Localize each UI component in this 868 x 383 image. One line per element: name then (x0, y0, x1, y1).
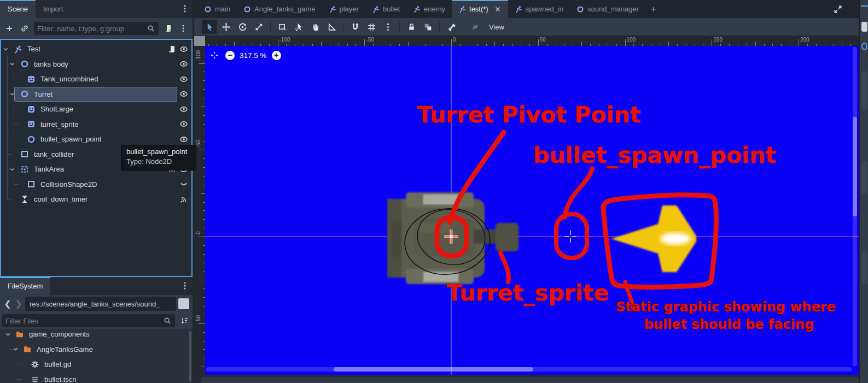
v-scrollbar-thumb[interactable] (853, 117, 857, 216)
scene-tab-test-[interactable]: test(*) (452, 0, 508, 18)
tooltip-type: Type: Node2D (126, 157, 191, 166)
nav-back-icon[interactable]: ❮ (3, 298, 12, 309)
collision-icon (27, 180, 36, 188)
scene-tab-sound-manager[interactable]: sound_manager (570, 0, 645, 18)
eye-icon[interactable] (179, 90, 188, 98)
tab-scene[interactable]: Scene (0, 0, 36, 18)
tool-pan-icon[interactable] (307, 20, 323, 34)
tree-row-collisionshape2d[interactable]: CollisionShape2D (1, 177, 191, 192)
tree-row-test[interactable]: Test (1, 42, 191, 56)
eye-icon[interactable] (179, 45, 188, 54)
scene-tab-player[interactable]: player (322, 0, 365, 18)
tool-rotate-icon[interactable] (235, 20, 250, 34)
scene-tree-menu-icon[interactable] (177, 22, 189, 34)
add-scene-tab-button[interactable]: + (645, 0, 662, 18)
chevron-down-icon[interactable] (9, 166, 16, 173)
expand-viewport-icon[interactable] (832, 4, 843, 15)
eye-icon[interactable] (179, 120, 188, 128)
scene-tab-spawned-in[interactable]: spawned_in (508, 0, 570, 18)
tree-row-bullet-spawn-point[interactable]: bullet_spawn_point (1, 132, 191, 146)
annotation-pivot-label: Turret Pivot Point (417, 102, 641, 128)
h-scrollbar-thumb[interactable] (334, 367, 533, 372)
tool-ik-icon[interactable] (467, 20, 482, 34)
scene-icon (515, 5, 522, 13)
eye-icon[interactable] (179, 135, 188, 144)
tree-row-cool-down-timer[interactable]: cool_down_timer (1, 192, 191, 207)
tool-dots-v-icon[interactable] (380, 20, 395, 34)
scene-icon (14, 45, 22, 54)
tool-select-icon[interactable] (202, 20, 217, 34)
tree-row-turret-sprite[interactable]: turret_sprite (1, 117, 191, 132)
vertical-ruler: -100-50050 (194, 46, 205, 375)
ruler-origin-button[interactable] (194, 36, 205, 46)
tool-ruler-icon[interactable] (324, 20, 339, 34)
file-row-angletanksgame[interactable]: AngleTanksGame (0, 342, 190, 357)
tab-import[interactable]: Import (36, 0, 71, 18)
nav-forward-icon[interactable]: ❯ (14, 298, 23, 309)
tool-bone-icon[interactable] (444, 20, 459, 34)
scene-tab-label: test(*) (469, 5, 488, 13)
tank-sprite (387, 192, 519, 284)
tree-row-shotlarge[interactable]: ShotLarge (1, 102, 191, 116)
chevron-down-icon[interactable] (4, 331, 11, 338)
tool-scale-icon[interactable] (251, 20, 266, 34)
center-view-icon[interactable] (208, 49, 220, 61)
scene-tab-bullet[interactable]: bullet (365, 0, 406, 18)
eye-icon[interactable] (179, 60, 188, 68)
chevron-down-icon[interactable] (9, 61, 16, 68)
file-row-label: bullet.gd (44, 360, 71, 368)
add-node-button[interactable] (3, 22, 15, 34)
scene-tab-enemy[interactable]: enemy (406, 0, 452, 18)
toggle-split-button[interactable] (178, 298, 189, 309)
tree-row-tank-uncombined[interactable]: Tank_uncombined (1, 72, 191, 86)
file-row-bullet-tscn[interactable]: bullet.tscn (0, 372, 190, 383)
tool-lock-icon[interactable] (404, 20, 419, 34)
view-menu-button[interactable]: View (483, 23, 510, 31)
tree-row-tanks-body[interactable]: tanks body (1, 57, 191, 72)
tree-row-turret[interactable]: Turret (1, 87, 191, 102)
instance-scene-button[interactable] (19, 22, 31, 34)
scene-filter-input[interactable] (37, 25, 147, 33)
eye-icon[interactable] (179, 75, 188, 84)
tab-filesystem-label: FileSystem (8, 282, 43, 290)
signal-icon (179, 195, 188, 204)
file-row-game-components[interactable]: game_components (0, 329, 190, 341)
tool-group-icon[interactable] (420, 20, 435, 34)
viewport-canvas[interactable]: − 317.5 % + (205, 46, 859, 375)
tool-grid-icon[interactable] (364, 20, 379, 34)
tab-filesystem[interactable]: FileSystem (0, 277, 50, 295)
scene-dock-menu-icon[interactable] (179, 3, 190, 14)
scene-icon (372, 5, 380, 13)
file-row-bullet-gd[interactable]: bullet.gd (0, 357, 190, 372)
file-filter-input[interactable] (5, 317, 163, 325)
ruler-v-label: -100 (195, 50, 201, 61)
tool-pixel-select-icon[interactable] (291, 20, 306, 34)
timer-icon (20, 195, 29, 204)
tool-move-icon[interactable] (218, 20, 234, 34)
filesystem-menu-icon[interactable] (179, 280, 190, 291)
attach-script-button[interactable] (162, 22, 174, 34)
tool-list-select-icon[interactable] (275, 20, 290, 34)
zoom-in-button[interactable]: + (272, 51, 281, 60)
scene-tab-main[interactable]: main (197, 0, 237, 18)
tooltip-title: bullet_spawn_point (126, 148, 191, 156)
eye-icon[interactable] (179, 105, 188, 114)
tooltip: bullet_spawn_point Type: Node2D (121, 145, 196, 170)
zoom-out-button[interactable]: − (225, 51, 235, 60)
scene-tab-angle-tanks-game[interactable]: Angle_tanks_game (237, 0, 322, 18)
zoom-level-label[interactable]: 317.5 % (240, 51, 267, 60)
path-field[interactable] (25, 297, 176, 311)
filesystem-tree: game_componentsAngleTanksGamebullet.gdbu… (0, 329, 193, 383)
tool-magnet-icon[interactable] (347, 20, 363, 34)
node2d-icon (20, 60, 29, 68)
tree-row-label: tanks body (34, 60, 68, 68)
scene-file-icon (31, 375, 39, 383)
chevron-down-icon[interactable] (9, 91, 16, 98)
chevron-down-icon[interactable] (12, 346, 19, 353)
chevron-down-icon[interactable] (2, 45, 9, 52)
close-icon[interactable] (494, 5, 502, 13)
spawn-arrow-annotation (564, 168, 592, 217)
sort-files-icon[interactable] (178, 315, 190, 327)
folder-icon (15, 330, 24, 339)
godot-editor-window: Scene Import Testtanks bodyTank_uncombin… (0, 0, 868, 383)
